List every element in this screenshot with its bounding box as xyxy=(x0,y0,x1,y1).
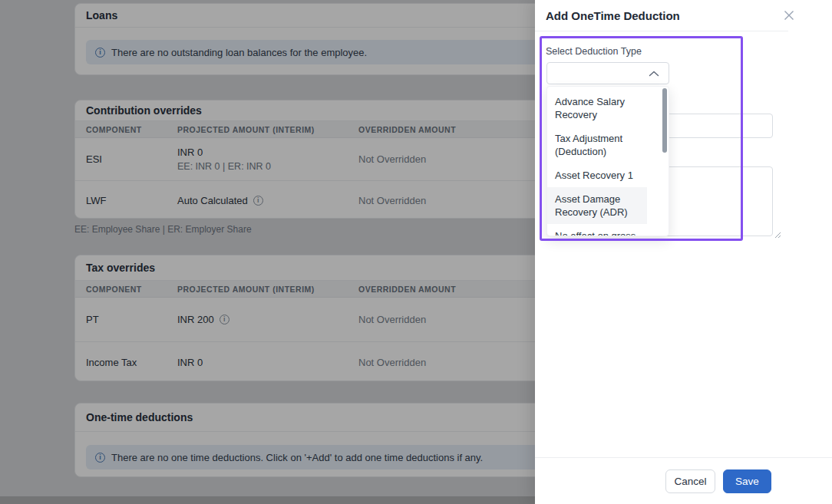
dropdown-option-tax-adjustment[interactable]: Tax Adjustment (Deduction) xyxy=(547,127,669,163)
save-button[interactable]: Save xyxy=(723,469,771,493)
cancel-button[interactable]: Cancel xyxy=(665,469,715,493)
dropdown-option-no-effect-on-gross[interactable]: No effect on gross xyxy=(547,224,669,236)
add-onetime-deduction-drawer: Add OneTime Deduction Select Deduction T… xyxy=(535,0,832,504)
dropdown-option-asset-recovery-1[interactable]: Asset Recovery 1 xyxy=(547,163,669,187)
dropdown-option-asset-damage-recovery[interactable]: Asset Damage Recovery (ADR) xyxy=(547,187,647,224)
modal-dim-overlay[interactable] xyxy=(0,0,535,504)
close-icon[interactable] xyxy=(782,8,796,22)
deduction-type-select[interactable] xyxy=(546,62,669,84)
drawer-footer: Cancel Save xyxy=(535,457,832,504)
chevron-up-icon xyxy=(649,71,659,77)
screen: Loans i There are no outstanding loan ba… xyxy=(0,0,832,504)
dropdown-option-advance-salary-recovery[interactable]: Advance Salary Recovery xyxy=(547,87,669,127)
deduction-type-dropdown: Advance Salary Recovery Tax Adjustment (… xyxy=(546,86,669,236)
drawer-title: Add OneTime Deduction xyxy=(546,9,680,22)
dropdown-scrollbar-thumb[interactable] xyxy=(662,88,667,153)
deduction-type-label: Select Deduction Type xyxy=(546,46,642,57)
drawer-header: Add OneTime Deduction xyxy=(535,0,788,31)
textarea-resize-handle-icon xyxy=(774,228,781,242)
